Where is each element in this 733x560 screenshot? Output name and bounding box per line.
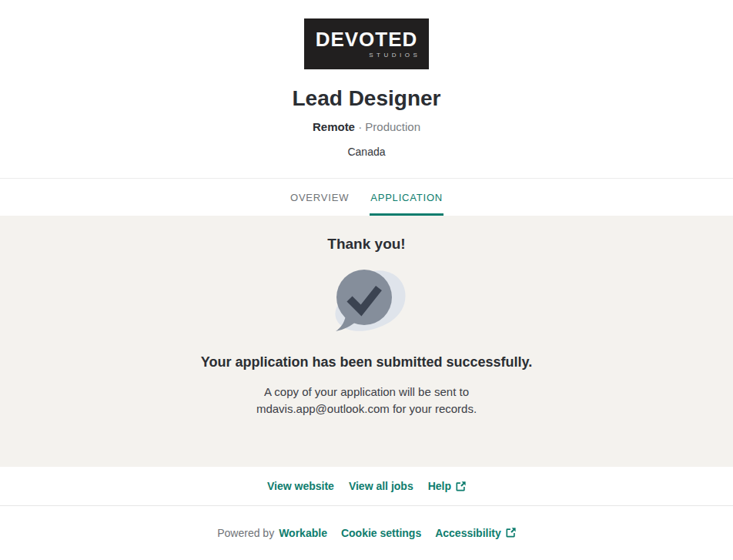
view-website-link[interactable]: View website <box>267 480 334 492</box>
powered-by-label: Powered by <box>217 527 274 539</box>
tab-overview[interactable]: OVERVIEW <box>290 179 350 216</box>
job-application-page: DEVOTED STUDIOS Lead Designer Remote · P… <box>0 0 733 559</box>
job-meta: Remote · Production <box>0 120 733 134</box>
company-logo-text: DEVOTED STUDIOS <box>316 29 418 59</box>
powered-by-group: Powered by Workable <box>217 527 327 539</box>
cookie-settings-label: Cookie settings <box>341 527 421 539</box>
view-website-label: View website <box>267 480 334 492</box>
check-speech-bubble-icon <box>326 268 407 336</box>
workable-label: Workable <box>279 527 327 539</box>
company-logo-title: DEVOTED <box>316 29 418 49</box>
tab-application[interactable]: APPLICATION <box>370 179 443 216</box>
success-note: A copy of your application will be sent … <box>197 384 536 417</box>
accessibility-link[interactable]: Accessibility <box>435 527 516 539</box>
workable-link[interactable]: Workable <box>279 527 327 539</box>
job-header: DEVOTED STUDIOS Lead Designer Remote · P… <box>0 0 733 178</box>
cookie-settings-link[interactable]: Cookie settings <box>341 527 421 539</box>
job-workplace: Remote <box>313 120 355 133</box>
footer-links: View website View all jobs Help <box>0 467 733 505</box>
job-department: Production <box>365 120 420 133</box>
confirmation-section: Thank you! Your application has been sub… <box>0 216 733 467</box>
company-logo-subtitle: STUDIOS <box>316 52 421 59</box>
thank-you-heading: Thank you! <box>15 234 718 254</box>
meta-separator: · <box>358 120 362 133</box>
help-link[interactable]: Help <box>428 480 466 492</box>
view-all-jobs-label: View all jobs <box>349 480 413 492</box>
tab-bar: OVERVIEW APPLICATION <box>0 178 733 216</box>
success-message: Your application has been submitted succ… <box>15 353 718 371</box>
help-label: Help <box>428 480 451 492</box>
accessibility-label: Accessibility <box>435 527 501 539</box>
page-title: Lead Designer <box>0 86 733 111</box>
bottom-bar: Powered by Workable Cookie settings Acce… <box>0 505 733 559</box>
external-link-icon <box>506 528 516 538</box>
view-all-jobs-link[interactable]: View all jobs <box>349 480 413 492</box>
company-logo: DEVOTED STUDIOS <box>304 18 429 69</box>
external-link-icon <box>456 481 466 491</box>
job-location: Canada <box>0 145 733 178</box>
